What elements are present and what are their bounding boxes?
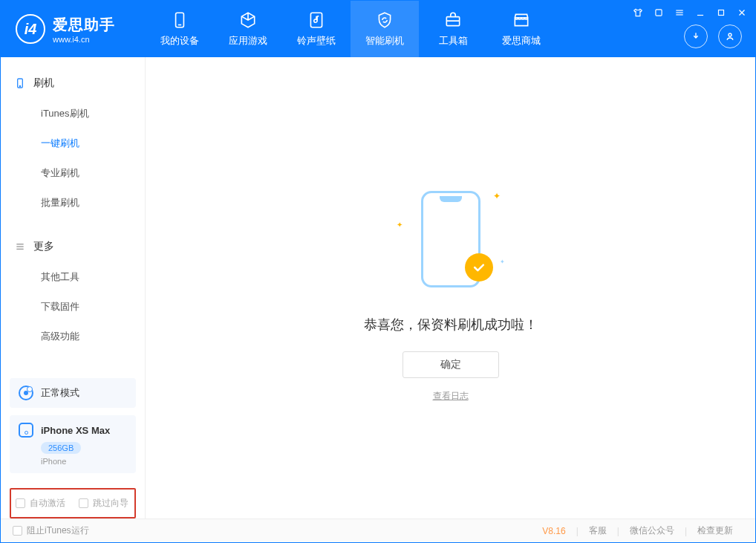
titlebar-actions [684,25,742,48]
skin-icon[interactable] [651,5,666,20]
tab-ringtones[interactable]: 铃声壁纸 [282,1,351,57]
tab-label: 我的设备 [160,34,199,48]
titlebar: i4 爱思助手 www.i4.cn 我的设备 应用游戏 铃声壁纸 智能刷机 [1,1,755,57]
tab-label: 铃声壁纸 [297,34,336,48]
mode-icon [19,386,33,400]
tab-flash[interactable]: 智能刷机 [351,1,419,57]
checkbox-auto-activate[interactable]: 自动激活 [16,497,65,510]
view-log-link[interactable]: 查看日志 [433,390,469,403]
phone-icon [170,10,189,30]
user-button[interactable] [718,25,742,48]
maximize-button[interactable] [714,5,729,20]
device-name: iPhone XS Max [41,425,110,436]
sidebar-item-batch-flash[interactable]: 批量刷机 [1,188,145,218]
statusbar: 阻止iTunes运行 V8.16 | 客服 | 微信公众号 | 检查更新 [1,518,755,542]
store-icon [512,10,531,30]
sidebar: 刷机 iTunes刷机 一键刷机 专业刷机 批量刷机 更多 其他工具 下载固件 … [1,57,146,518]
main-content: ✦ ✦ ✦ 恭喜您，保资料刷机成功啦！ 确定 查看日志 [146,57,755,518]
app-window: i4 爱思助手 www.i4.cn 我的设备 应用游戏 铃声壁纸 智能刷机 [0,0,756,543]
nav-tabs: 我的设备 应用游戏 铃声壁纸 智能刷机 工具箱 爱思商城 [146,1,555,57]
block-itunes-label[interactable]: 阻止iTunes运行 [27,524,89,537]
svg-rect-9 [719,10,724,16]
checkbox-icon[interactable] [13,526,22,536]
logo-icon: i4 [16,14,45,44]
tab-apps[interactable]: 应用游戏 [214,1,282,57]
mode-card[interactable]: 正常模式 [10,378,136,408]
sidebar-item-oneclick-flash[interactable]: 一键刷机 [1,129,145,158]
checkbox-icon [16,498,25,508]
ok-button[interactable]: 确定 [403,351,499,378]
update-link[interactable]: 检查更新 [687,524,743,537]
app-title: 爱思助手 [53,15,115,35]
sidebar-item-other-tools[interactable]: 其他工具 [1,262,145,292]
tab-label: 工具箱 [439,34,468,48]
tab-store[interactable]: 爱思商城 [487,1,555,57]
options-highlight: 自动激活 跳过向导 [10,488,136,518]
tab-my-device[interactable]: 我的设备 [146,1,214,57]
tab-label: 应用游戏 [229,34,267,48]
sidebar-section-more: 更多 [1,234,145,259]
device-type: iPhone [41,457,127,466]
support-link[interactable]: 客服 [579,524,617,537]
success-message: 恭喜您，保资料刷机成功啦！ [364,316,538,334]
checkbox-icon [79,498,88,508]
device-capacity: 256GB [41,442,81,454]
app-subtitle: www.i4.cn [53,35,115,44]
list-icon [14,241,26,253]
device-card[interactable]: iPhone XS Max 256GB iPhone [10,415,136,473]
tab-toolbox[interactable]: 工具箱 [419,1,487,57]
success-illustration: ✦ ✦ ✦ [395,183,506,295]
sidebar-item-pro-flash[interactable]: 专业刷机 [1,158,145,188]
device-icon [14,77,26,89]
music-file-icon [307,10,326,30]
svg-point-12 [729,33,731,36]
svg-rect-4 [656,10,662,16]
version-label: V8.16 [542,526,576,536]
sidebar-item-download-firmware[interactable]: 下载固件 [1,292,145,322]
body-area: 刷机 iTunes刷机 一键刷机 专业刷机 批量刷机 更多 其他工具 下载固件 … [1,57,755,518]
phone-icon [19,423,33,438]
sidebar-section-flash: 刷机 [1,71,145,96]
check-badge-icon [465,253,493,282]
cube-icon [238,10,258,30]
refresh-shield-icon [375,10,394,30]
shirt-icon[interactable] [630,5,645,20]
sidebar-item-advanced[interactable]: 高级功能 [1,322,145,351]
sparkle-icon: ✦ [397,221,403,229]
close-button[interactable] [734,5,749,20]
mode-label: 正常模式 [41,386,79,400]
tab-label: 爱思商城 [502,34,541,48]
sidebar-item-itunes-flash[interactable]: iTunes刷机 [1,99,145,129]
logo-area: i4 爱思助手 www.i4.cn [1,14,146,44]
checkbox-skip-guide[interactable]: 跳过向导 [79,497,128,510]
sparkle-icon: ✦ [500,259,505,265]
minimize-button[interactable] [693,5,708,20]
window-controls [630,5,749,20]
menu-icon[interactable] [672,5,687,20]
tab-label: 智能刷机 [365,34,404,48]
wechat-link[interactable]: 微信公众号 [619,524,685,537]
toolbox-icon [443,10,463,30]
download-button[interactable] [684,25,708,48]
svg-point-14 [19,85,20,86]
sparkle-icon: ✦ [493,191,501,201]
